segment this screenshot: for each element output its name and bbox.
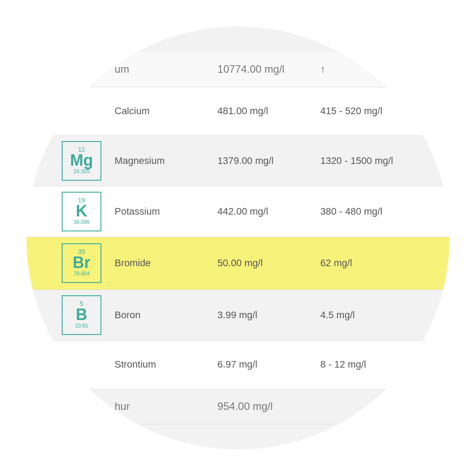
bromide-value: 50.00 mg/l [217,257,320,269]
elements-table: um 10774.00 mg/l ↑ Calcium 481.00 mg/l 4… [26,26,450,450]
row-strontium: Strontium 6.97 mg/l 8 - 12 mg/l [26,341,450,389]
br-symbol: Br [73,255,90,271]
sulfur-name-partial: hur [115,400,217,413]
calcium-range: 415 - 520 mg/l [320,105,423,117]
potassium-range: 380 - 480 mg/l [320,206,423,217]
boron-value: 3.99 mg/l [217,309,320,321]
calcium-name: Calcium [115,105,217,117]
strontium-range: 8 - 12 mg/l [320,359,423,370]
boron-name: Boron [115,309,217,321]
row-boron: 5 B 10.81 Boron 3.99 mg/l 4.5 mg/l [26,290,450,341]
element-box-magnesium: 12 Mg 24.305 [62,141,101,181]
sulfur-value-partial: 954.00 mg/l [217,400,320,413]
strontium-value: 6.97 mg/l [217,359,320,370]
row-sulfur-partial: hur 954.00 mg/l [26,389,450,424]
bromide-name: Bromide [115,257,217,269]
magnesium-range: 1320 - 1500 mg/l [320,155,423,167]
potassium-name: Potassium [115,206,217,217]
main-circle: um 10774.00 mg/l ↑ Calcium 481.00 mg/l 4… [26,26,450,450]
br-mass: 79.904 [74,271,90,278]
row-magnesium: 12 Mg 24.305 Magnesium 1379.00 mg/l 1320… [26,136,450,186]
element-box-potassium: 19 K 39.098 [62,192,101,231]
row-potassium: 19 K 39.098 Potassium 442.00 mg/l 380 - … [26,186,450,237]
calcium-value: 481.00 mg/l [217,105,320,117]
element-box-bromide: 35 Br 79.904 [62,243,101,283]
sodium-range-partial: ↑ [320,63,423,75]
row-bromide: 35 Br 79.904 Bromide 50.00 mg/l 62 mg/l [26,237,450,290]
row-sodium-partial: um 10774.00 mg/l ↑ [26,52,450,87]
bromide-range: 62 mg/l [320,257,423,269]
mg-mass: 24.305 [74,168,90,175]
boron-range: 4.5 mg/l [320,309,423,321]
k-mass: 39.098 [74,219,90,226]
potassium-value: 442.00 mg/l [217,206,320,217]
mg-symbol: Mg [70,152,93,168]
b-mass: 10.81 [75,323,88,330]
row-calcium: Calcium 481.00 mg/l 415 - 520 mg/l [26,87,450,136]
sodium-name-partial: um [115,63,217,75]
magnesium-name: Magnesium [115,155,217,167]
magnesium-value: 1379.00 mg/l [217,155,320,167]
strontium-name: Strontium [115,359,217,370]
element-box-boron: 5 B 10.81 [62,295,101,335]
b-symbol: B [76,307,87,323]
k-symbol: K [76,203,87,219]
sodium-value-partial: 10774.00 mg/l [217,63,320,75]
